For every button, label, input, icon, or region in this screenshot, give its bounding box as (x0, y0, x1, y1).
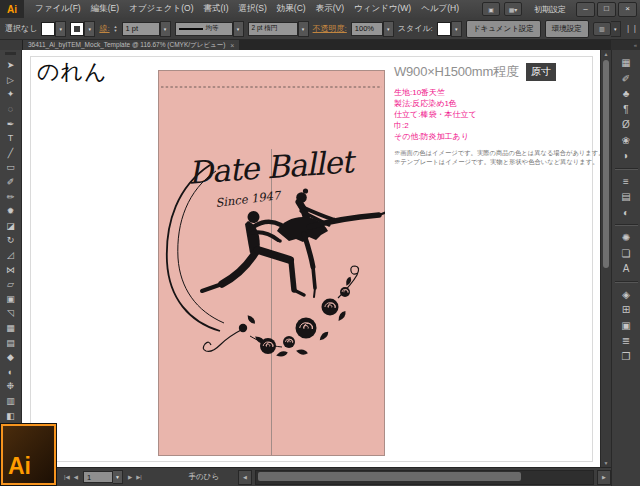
vertical-scrollbar[interactable]: ▲ ▼ (600, 50, 611, 467)
document-tab[interactable]: 36411_Ai_byITEM_Mock_Template @ 116.67% … (23, 40, 239, 50)
stroke-label[interactable]: 線: (99, 23, 109, 34)
menu-item[interactable]: オブジェクト(O) (124, 3, 198, 15)
artboard-tool[interactable]: ◧ (0, 408, 21, 423)
color-panel-icon[interactable]: ❀ (615, 133, 637, 149)
opacity-control[interactable]: 100% ▾ (351, 21, 394, 37)
magic-wand-tool[interactable]: ✦ (0, 87, 21, 102)
symbols-panel-icon[interactable]: ♣ (615, 86, 637, 102)
toolbar-grip[interactable] (5, 52, 16, 55)
go-to-bridge-icon[interactable]: ▣ (482, 2, 500, 16)
artboards-panel-icon[interactable]: ⊞ (615, 302, 637, 318)
maximize-button[interactable]: □ (597, 2, 616, 17)
swatches-panel-icon[interactable]: ▦ (615, 55, 637, 71)
document-setup-button[interactable]: ドキュメント設定 (466, 20, 541, 38)
perspective-grid-tool[interactable]: ◹ (0, 306, 21, 321)
style-swatch[interactable] (437, 22, 451, 36)
close-button[interactable]: × (618, 2, 637, 17)
align-panel-icon[interactable]: ≣ (615, 333, 637, 349)
panel-collapse-icon[interactable]: ❘❘ (625, 24, 640, 33)
eraser-tool[interactable]: ◪ (0, 219, 21, 234)
menu-item[interactable]: 表示(V) (311, 3, 349, 15)
transparency-panel-icon[interactable]: ◐ (615, 205, 637, 221)
menu-item[interactable]: 書式(I) (198, 3, 233, 15)
chevron-down-icon[interactable]: ▾ (383, 21, 394, 37)
style-control[interactable]: ▾ (437, 21, 462, 37)
menu-item[interactable]: 編集(E) (86, 3, 124, 15)
appearance-panel-icon[interactable]: ✺ (615, 230, 637, 246)
paintbrush-tool[interactable]: ✐ (0, 175, 21, 190)
scale-tool[interactable]: ◿ (0, 248, 21, 263)
scroll-up-icon[interactable]: ▲ (601, 51, 611, 57)
menu-item[interactable]: ファイル(F) (30, 3, 86, 15)
pathfinder-panel-icon[interactable]: ❐ (615, 349, 637, 365)
brush-field[interactable]: 2 pt 楕円 (248, 22, 298, 36)
direct-selection-tool[interactable]: ▷ (0, 73, 21, 88)
scroll-down-icon[interactable]: ▼ (601, 460, 611, 466)
chevron-down-icon[interactable]: ▾ (611, 21, 621, 37)
selection-tool[interactable]: ➤ (0, 58, 21, 73)
current-tool-display[interactable]: 手のひら (173, 472, 235, 482)
stroke-weight-stepper[interactable]: ▲ ▼ (114, 25, 118, 33)
artboard-navigation-field[interactable]: 1 ▼ (83, 470, 123, 484)
stroke-swatch[interactable] (70, 22, 84, 36)
menu-item[interactable]: ウィンドウ(W) (349, 3, 416, 15)
symbol-sprayer-tool[interactable]: ❉ (0, 379, 21, 394)
opacity-field[interactable]: 100% (351, 22, 383, 36)
stroke-weight-field[interactable]: 1 pt (122, 22, 160, 36)
fill-swatch[interactable] (41, 22, 55, 36)
menu-item[interactable]: ヘルプ(H) (416, 3, 464, 15)
minimize-button[interactable]: – (576, 2, 595, 17)
close-icon[interactable]: × (230, 42, 234, 49)
opacity-label[interactable]: 不透明度: (313, 23, 347, 34)
menu-item[interactable]: 選択(S) (234, 3, 272, 15)
collapse-dock-icon[interactable]: « (611, 40, 640, 50)
prev-artboard-icon[interactable]: ◀ (72, 474, 80, 480)
stroke-panel-icon[interactable]: ≡ (615, 174, 637, 190)
transform-panel-icon[interactable]: ▣ (615, 318, 637, 334)
chevron-down-icon[interactable]: ▾ (160, 21, 171, 37)
brush-control[interactable]: 2 pt 楕円 ▾ (248, 21, 309, 37)
first-artboard-icon[interactable]: |◀ (62, 474, 72, 480)
rectangle-tool[interactable]: ▭ (0, 160, 21, 175)
spinner-down-icon[interactable]: ▼ (114, 29, 118, 33)
last-artboard-icon[interactable]: ▶| (134, 474, 144, 480)
paragraph-panel-icon[interactable]: ¶ (615, 102, 637, 118)
character-panel-icon[interactable]: A (615, 261, 637, 277)
graphic-styles-panel-icon[interactable]: ❏ (615, 246, 637, 262)
stroke-color-control[interactable]: ▾ (70, 21, 95, 37)
lasso-tool[interactable]: ◌ (0, 102, 21, 117)
pen-tool[interactable]: ✒ (0, 116, 21, 131)
extra-options-control[interactable]: ▥ ▾ (593, 21, 621, 37)
preferences-button[interactable]: 環境設定 (545, 20, 589, 38)
rotate-tool[interactable]: ↻ (0, 233, 21, 248)
options-icon[interactable]: ▥ (593, 22, 611, 36)
gradient-panel-icon[interactable]: ▤ (615, 189, 637, 205)
horizontal-scroll-thumb[interactable] (258, 472, 521, 481)
chevron-down-icon[interactable]: ▼ (113, 470, 123, 484)
document-canvas[interactable]: のれん Date Ballet Since 1947 (22, 50, 600, 467)
stroke-weight-control[interactable]: 1 pt ▾ (122, 21, 171, 37)
free-transform-tool[interactable]: ▱ (0, 277, 21, 292)
line-segment-tool[interactable]: ╱ (0, 146, 21, 161)
arrange-documents-icon[interactable]: ▦▾ (504, 2, 522, 16)
mesh-tool[interactable]: ▦ (0, 321, 21, 336)
brushes-panel-icon[interactable]: ✐ (615, 71, 637, 87)
type-tool[interactable]: T (0, 131, 21, 146)
artboard-number-field[interactable]: 1 (83, 471, 113, 483)
vertical-scroll-thumb[interactable] (603, 60, 609, 268)
column-graph-tool[interactable]: ▥ (0, 394, 21, 409)
chevron-down-icon[interactable]: ▾ (298, 21, 309, 37)
blend-tool[interactable]: ◐ (0, 364, 21, 379)
horizontal-scrollbar[interactable] (255, 470, 594, 485)
eyedropper-tool[interactable]: ◆ (0, 350, 21, 365)
chevron-down-icon[interactable]: ▾ (233, 21, 244, 37)
workspace-switcher[interactable]: 初期設定 (534, 4, 566, 15)
stroke-profile-field[interactable]: 均等 (175, 22, 233, 36)
next-artboard-icon[interactable]: ▶ (126, 474, 134, 480)
swatch-libraries-panel-icon[interactable]: ◗ (615, 148, 637, 164)
pencil-tool[interactable]: ✏ (0, 189, 21, 204)
scroll-right-icon[interactable]: ▶ (597, 470, 611, 485)
menu-item[interactable]: 効果(C) (272, 3, 311, 15)
noren-artwork[interactable]: Date Ballet Since 1947 (158, 70, 385, 456)
stroke-profile-control[interactable]: 均等 ▾ (175, 21, 244, 37)
